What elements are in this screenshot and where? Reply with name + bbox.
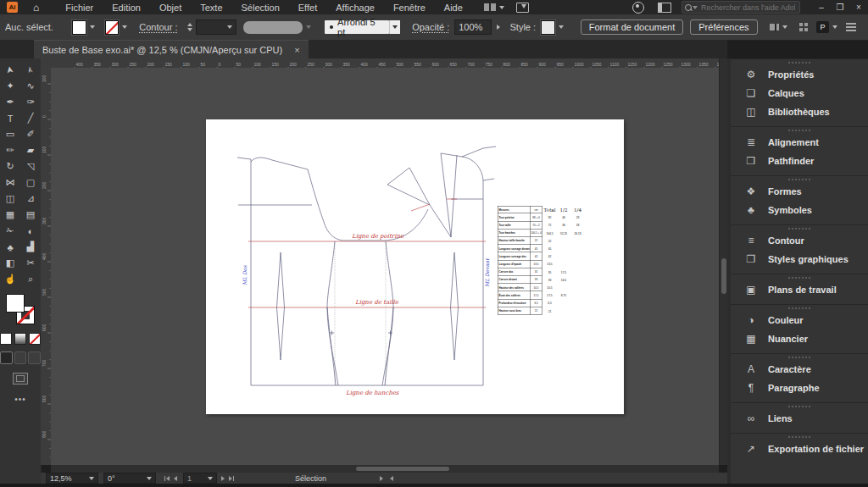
curvature-tool[interactable]: ✑ xyxy=(20,94,41,110)
first-artboard-button[interactable] xyxy=(164,476,170,481)
panel-item-align[interactable]: ≣Alignement xyxy=(731,133,868,152)
menu-texte[interactable]: Texte xyxy=(191,2,231,14)
panel-item-stroke[interactable]: ≡Contour xyxy=(731,231,868,250)
fill-swatch[interactable] xyxy=(72,20,86,35)
blend-tool[interactable]: ◐ xyxy=(20,223,41,239)
mesh-tool[interactable]: ▦ xyxy=(0,207,20,223)
panel-item-libraries[interactable]: ◫Bibliothèques xyxy=(731,102,868,121)
lasso-tool[interactable]: ∿ xyxy=(20,78,41,94)
rotate-tool[interactable]: ↻ xyxy=(0,158,20,174)
vertical-scroll-thumb[interactable] xyxy=(721,258,726,294)
fill-stroke-indicator[interactable] xyxy=(6,294,35,326)
panel-item-symbols[interactable]: ♣Symboles xyxy=(731,201,868,219)
menu-effet[interactable]: Effet xyxy=(289,2,326,14)
illustrator-logo-icon[interactable]: Ai xyxy=(7,2,18,13)
gradient-mode-button[interactable] xyxy=(14,333,26,345)
opacity-field[interactable]: 100% xyxy=(454,19,491,35)
panel-item-pathfinder[interactable]: ❒Pathfinder xyxy=(731,152,868,170)
status-collapse-icon[interactable] xyxy=(390,476,393,481)
fill-color-swatch[interactable] xyxy=(6,294,25,313)
preferences-button[interactable]: Préférences xyxy=(690,19,757,35)
account-avatar[interactable] xyxy=(632,2,644,14)
style-chevron-icon[interactable] xyxy=(559,25,564,29)
line-segment-tool[interactable]: ╱ xyxy=(20,110,41,126)
slice-tool[interactable]: ✂ xyxy=(20,255,41,271)
artboard-tool[interactable]: ◧ xyxy=(0,255,20,271)
magic-wand-tool[interactable]: ✦ xyxy=(0,78,20,94)
menu-slection[interactable]: Sélection xyxy=(232,2,289,14)
column-graph-tool[interactable]: ▟ xyxy=(20,239,41,255)
canvas-pasteboard[interactable]: Ligne de poitrine Ligne de taille Ligne … xyxy=(51,68,719,465)
document-tab[interactable]: Buste de Base exo.ai* @ 12,5 % (CMJN/Ape… xyxy=(34,40,309,58)
home-icon[interactable]: ⌂ xyxy=(33,2,39,14)
draw-normal-button[interactable] xyxy=(0,351,13,364)
minimize-button[interactable]: – xyxy=(812,3,831,12)
restore-button[interactable]: ❐ xyxy=(831,3,849,12)
paintbrush-tool[interactable]: ✐ xyxy=(20,126,41,142)
fill-chevron-icon[interactable] xyxy=(90,25,95,29)
screen-mode-button[interactable] xyxy=(13,373,28,385)
shaper-tool[interactable]: ✏ xyxy=(0,142,20,158)
last-artboard-button[interactable] xyxy=(229,476,234,481)
panel-item-character[interactable]: ACaractère xyxy=(731,360,868,379)
stroke-weight-label[interactable]: Contour : xyxy=(139,22,177,32)
panel-item-paragraph[interactable]: ¶Paragraphe xyxy=(731,379,868,397)
panel-item-layers[interactable]: ❏Calques xyxy=(731,84,868,102)
stroke-swatch[interactable] xyxy=(105,20,120,35)
menu-list-icon[interactable] xyxy=(846,23,856,25)
gradient-tool[interactable]: ▤ xyxy=(20,207,41,223)
arrange-documents-button[interactable] xyxy=(484,3,504,11)
horizontal-scroll-thumb[interactable] xyxy=(356,467,449,471)
perspective-grid-tool[interactable]: ⊿ xyxy=(20,191,41,207)
eyedropper-tool[interactable]: ✁ xyxy=(0,223,20,239)
direct-selection-tool[interactable]: ➣ xyxy=(20,62,41,78)
search-chevron-icon[interactable] xyxy=(693,6,698,9)
eraser-tool[interactable]: ▰ xyxy=(20,142,41,158)
next-artboard-button[interactable] xyxy=(221,476,225,481)
brush-chevron-icon[interactable] xyxy=(306,25,311,29)
zoom-tool[interactable]: ⌕ xyxy=(20,271,41,287)
panel-item-artboards[interactable]: ▣Plans de travail xyxy=(731,280,868,299)
none-mode-button[interactable] xyxy=(29,333,41,345)
close-button[interactable]: × xyxy=(849,3,868,12)
zoom-level-dropdown[interactable]: 12,5% xyxy=(46,473,98,484)
workspace-chevron-icon[interactable] xyxy=(832,25,837,29)
stroke-chevron-icon[interactable] xyxy=(122,25,127,29)
panel-item-swatches[interactable]: ▦Nuancier xyxy=(731,329,868,348)
stroke-weight-stepper[interactable] xyxy=(187,23,192,31)
document-setup-button[interactable]: Format de document xyxy=(581,19,684,35)
workspace-switcher-icon[interactable]: P xyxy=(816,21,830,33)
brush-definition-dropdown[interactable]: Arrondi 5 pt xyxy=(325,20,400,34)
shape-builder-tool[interactable]: ◫ xyxy=(0,191,20,207)
panel-item-links[interactable]: ∞Liens xyxy=(731,409,868,428)
hand-tool[interactable]: ☝ xyxy=(0,271,20,287)
panel-item-export[interactable]: ↗Exportation de fichier xyxy=(731,440,868,458)
panel-item-graphic-styles[interactable]: ❐Styles graphiques xyxy=(731,250,868,268)
menu-edition[interactable]: Edition xyxy=(103,2,150,14)
menu-affichage[interactable]: Affichage xyxy=(326,2,384,14)
opacity-expand-icon[interactable] xyxy=(497,25,500,30)
menu-aide[interactable]: Aide xyxy=(435,2,472,14)
isolate-selection-icon[interactable] xyxy=(770,24,787,30)
menu-fichier[interactable]: Fichier xyxy=(56,2,103,14)
draw-behind-button[interactable] xyxy=(14,351,27,364)
previous-artboard-button[interactable] xyxy=(174,476,177,481)
selection-tool[interactable]: ➤ xyxy=(0,62,20,78)
scale-tool[interactable]: ◹ xyxy=(20,158,41,174)
artboard-number-field[interactable]: 1 xyxy=(183,473,217,484)
stroke-weight-field[interactable] xyxy=(196,19,236,35)
edit-toolbar-button[interactable]: ••• xyxy=(0,395,41,404)
touch-workspace-icon[interactable] xyxy=(799,23,808,31)
draw-inside-button[interactable] xyxy=(28,351,41,364)
tab-close-icon[interactable]: × xyxy=(294,45,299,55)
opacity-label[interactable]: Opacité : xyxy=(412,22,449,32)
document-setup-icon[interactable] xyxy=(658,3,671,13)
menu-objet[interactable]: Objet xyxy=(150,2,191,14)
color-mode-button[interactable] xyxy=(0,333,12,345)
rectangle-tool[interactable]: ▭ xyxy=(0,126,20,142)
type-tool[interactable]: T xyxy=(0,110,20,126)
share-document-icon[interactable] xyxy=(516,3,529,13)
panel-item-shapes[interactable]: ❖Formes xyxy=(731,182,868,201)
panel-item-color[interactable]: ◑Couleur xyxy=(731,311,868,329)
status-expand-icon[interactable] xyxy=(380,476,383,481)
